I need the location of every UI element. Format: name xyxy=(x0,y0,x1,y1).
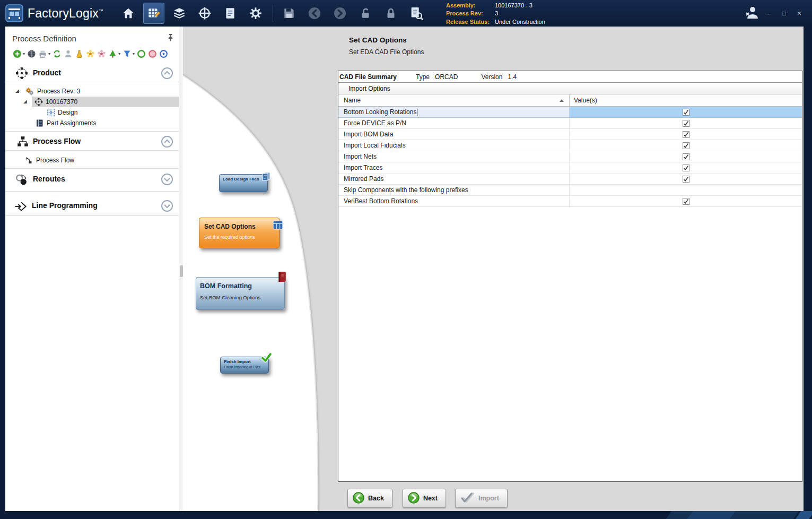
status-red-icon[interactable] xyxy=(148,49,157,58)
option-name-cell[interactable]: Skip Components with the following prefi… xyxy=(338,185,570,195)
option-checkbox[interactable] xyxy=(683,120,689,127)
tree-item-process-rev[interactable]: ◢ Process Rev: 3 xyxy=(5,86,179,97)
section-product[interactable]: Product xyxy=(5,66,179,81)
option-checkbox[interactable] xyxy=(683,198,689,205)
unlock-icon[interactable] xyxy=(355,3,376,24)
option-checkbox[interactable] xyxy=(683,165,689,171)
dropdown-arrow-icon[interactable]: ▾ xyxy=(48,51,50,56)
next-button[interactable]: Next xyxy=(403,489,446,508)
filter-icon[interactable] xyxy=(123,49,132,58)
option-name-cell[interactable]: Mirrored Pads xyxy=(338,174,570,184)
option-name-cell[interactable]: Import Local Fiducials xyxy=(338,140,570,151)
flower-icon[interactable] xyxy=(86,49,95,58)
collapse-up-icon[interactable] xyxy=(161,135,173,150)
wizard-step-set-cad-options[interactable]: Set CAD Options Set the required options xyxy=(199,218,280,248)
option-value-cell[interactable] xyxy=(570,107,802,117)
palette-icon[interactable] xyxy=(97,49,106,58)
table-row[interactable]: Mirrored Pads xyxy=(338,174,802,185)
print-icon[interactable] xyxy=(38,49,47,58)
table-row[interactable]: Import BOM Data xyxy=(338,129,802,140)
production-icon[interactable] xyxy=(169,3,190,24)
status-green-icon[interactable] xyxy=(137,49,146,58)
process-definition-icon[interactable] xyxy=(143,3,164,24)
dropdown-arrow-icon[interactable]: ▾ xyxy=(133,51,135,56)
expander-icon[interactable]: ◢ xyxy=(15,88,19,93)
dropdown-arrow-icon[interactable]: ▾ xyxy=(118,51,120,56)
tree-item-part-assignments[interactable]: Part Assignments xyxy=(5,118,179,128)
settings-gear-icon[interactable] xyxy=(245,3,266,24)
option-name-cell[interactable]: Import Traces xyxy=(338,162,570,173)
tree-item-label[interactable]: Process Flow xyxy=(36,157,74,164)
import-button[interactable]: Import xyxy=(455,489,508,508)
table-row[interactable]: Import Local Fiducials xyxy=(338,140,802,151)
table-row[interactable]: Skip Components with the following prefi… xyxy=(338,185,802,196)
option-name-cell[interactable]: VeriBest Bottom Rotations xyxy=(338,196,570,206)
tree-item-label[interactable]: Part Assignments xyxy=(47,119,96,127)
section-product-label[interactable]: Product xyxy=(33,68,61,77)
home-icon[interactable] xyxy=(118,3,139,24)
option-value-cell[interactable] xyxy=(570,185,802,195)
option-value-cell[interactable] xyxy=(570,129,802,140)
table-row[interactable]: Import Traces xyxy=(338,162,802,174)
option-value-cell[interactable] xyxy=(570,162,802,173)
import-options-group-header[interactable]: Import Options xyxy=(338,83,802,94)
option-checkbox[interactable] xyxy=(683,153,689,160)
reports-icon[interactable] xyxy=(220,3,241,24)
wizard-step-bom-formatting[interactable]: BOM Formatting Set BOM Cleaning Options xyxy=(196,277,285,310)
user-logout-icon[interactable] xyxy=(745,5,759,22)
option-checkbox[interactable] xyxy=(683,176,689,183)
tree-item-label[interactable]: Process Rev: 3 xyxy=(37,88,80,95)
document-search-icon[interactable] xyxy=(406,3,427,24)
add-icon[interactable] xyxy=(13,49,22,58)
table-row[interactable]: VeriBest Bottom Rotations xyxy=(338,196,802,207)
section-reroutes-label[interactable]: Reroutes xyxy=(33,175,65,183)
table-row[interactable]: Import Nets xyxy=(338,151,802,162)
section-reroutes[interactable]: Reroutes xyxy=(5,172,179,187)
section-process-flow[interactable]: Process Flow xyxy=(5,134,179,149)
person-icon[interactable] xyxy=(64,49,73,58)
undo-icon[interactable] xyxy=(304,3,325,24)
option-checkbox[interactable] xyxy=(683,109,689,116)
option-value-cell[interactable] xyxy=(570,174,802,184)
wizard-step-finish-import[interactable]: Finish Import Finish Importing of Files xyxy=(220,357,269,374)
column-header-name[interactable]: Name xyxy=(338,94,570,106)
flask-icon[interactable] xyxy=(75,49,84,58)
minimize-button[interactable]: – xyxy=(767,10,771,17)
globe-icon[interactable] xyxy=(27,49,36,58)
tree-item-label[interactable]: 100167370 xyxy=(46,98,77,106)
back-button[interactable]: Back xyxy=(347,489,392,508)
section-line-programming[interactable]: Line Programming xyxy=(5,198,179,213)
collapse-down-icon[interactable] xyxy=(161,173,173,188)
tree-item-assembly[interactable]: ◢ 100167370 xyxy=(5,97,179,107)
section-process-flow-label[interactable]: Process Flow xyxy=(33,137,81,145)
table-row[interactable]: Bottom Looking Rotations xyxy=(338,107,802,118)
tree-item-design[interactable]: Design xyxy=(5,107,179,118)
option-value-cell[interactable] xyxy=(570,151,802,162)
option-name-cell[interactable]: Import BOM Data xyxy=(338,129,570,140)
option-value-cell[interactable] xyxy=(570,196,802,206)
pin-icon[interactable] xyxy=(168,33,173,44)
dispatch-icon[interactable] xyxy=(194,3,215,24)
redo-icon[interactable] xyxy=(329,3,351,24)
table-row[interactable]: Force DEVICE as P/N xyxy=(338,118,802,129)
tree-item-label[interactable]: Design xyxy=(58,109,77,116)
export-icon[interactable] xyxy=(108,49,117,58)
maximize-button[interactable]: □ xyxy=(782,10,786,17)
option-name-cell[interactable]: Force DEVICE as P/N xyxy=(338,118,570,128)
save-icon[interactable] xyxy=(278,3,300,24)
option-name-cell[interactable]: Bottom Looking Rotations xyxy=(338,107,570,117)
refresh-icon[interactable] xyxy=(53,49,62,58)
tree-item-process-flow[interactable]: Process Flow xyxy=(5,155,179,166)
option-checkbox[interactable] xyxy=(683,131,689,138)
status-blue-icon[interactable] xyxy=(159,49,168,58)
dropdown-arrow-icon[interactable]: ▾ xyxy=(23,51,25,56)
sidebar-scrollbar[interactable] xyxy=(179,27,183,511)
option-value-cell[interactable] xyxy=(570,118,802,128)
wizard-step-load-design-files[interactable]: Load Design Files xyxy=(219,174,268,192)
option-checkbox[interactable] xyxy=(683,142,689,149)
section-line-programming-label[interactable]: Line Programming xyxy=(32,201,98,210)
expander-icon[interactable]: ◢ xyxy=(23,99,27,104)
lock-icon[interactable] xyxy=(380,3,401,24)
column-header-values[interactable]: Value(s) xyxy=(570,94,802,106)
close-button[interactable]: × xyxy=(797,10,801,17)
